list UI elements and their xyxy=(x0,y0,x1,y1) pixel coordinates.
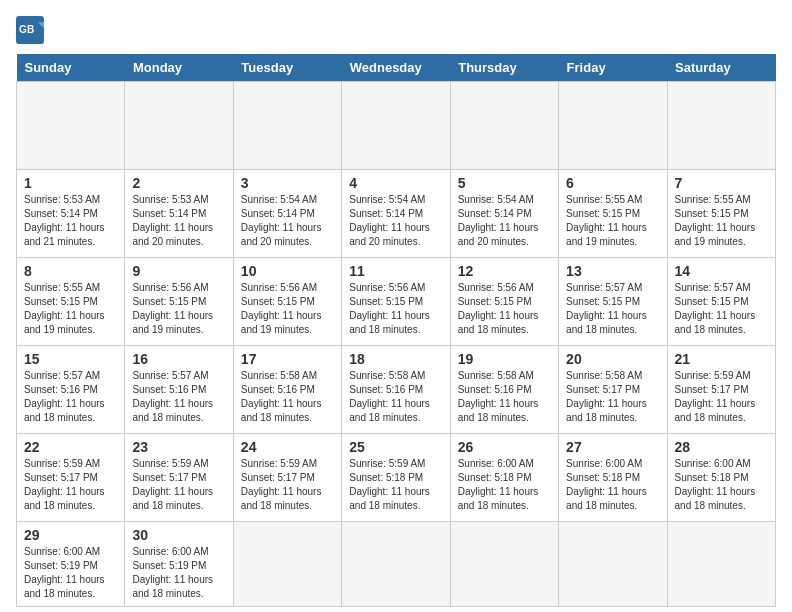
calendar-cell: 28Sunrise: 6:00 AM Sunset: 5:18 PM Dayli… xyxy=(667,434,775,522)
day-number: 5 xyxy=(458,175,551,191)
week-row-5: 29Sunrise: 6:00 AM Sunset: 5:19 PM Dayli… xyxy=(17,522,776,607)
day-info: Sunrise: 6:00 AM Sunset: 5:18 PM Dayligh… xyxy=(458,457,551,513)
header-row: SundayMondayTuesdayWednesdayThursdayFrid… xyxy=(17,54,776,82)
calendar-cell: 15Sunrise: 5:57 AM Sunset: 5:16 PM Dayli… xyxy=(17,346,125,434)
day-number: 19 xyxy=(458,351,551,367)
calendar-cell: 24Sunrise: 5:59 AM Sunset: 5:17 PM Dayli… xyxy=(233,434,341,522)
day-number: 8 xyxy=(24,263,117,279)
day-number: 17 xyxy=(241,351,334,367)
day-info: Sunrise: 5:56 AM Sunset: 5:15 PM Dayligh… xyxy=(349,281,442,337)
col-header-wednesday: Wednesday xyxy=(342,54,450,82)
col-header-saturday: Saturday xyxy=(667,54,775,82)
calendar-cell xyxy=(342,82,450,170)
logo-icon: GB xyxy=(16,16,44,44)
day-number: 11 xyxy=(349,263,442,279)
day-info: Sunrise: 5:58 AM Sunset: 5:16 PM Dayligh… xyxy=(241,369,334,425)
day-number: 3 xyxy=(241,175,334,191)
col-header-monday: Monday xyxy=(125,54,233,82)
day-number: 16 xyxy=(132,351,225,367)
logo: GB xyxy=(16,16,48,44)
day-number: 20 xyxy=(566,351,659,367)
calendar-cell: 29Sunrise: 6:00 AM Sunset: 5:19 PM Dayli… xyxy=(17,522,125,607)
calendar-cell: 23Sunrise: 5:59 AM Sunset: 5:17 PM Dayli… xyxy=(125,434,233,522)
day-number: 2 xyxy=(132,175,225,191)
day-number: 27 xyxy=(566,439,659,455)
day-info: Sunrise: 5:57 AM Sunset: 5:16 PM Dayligh… xyxy=(132,369,225,425)
day-info: Sunrise: 5:57 AM Sunset: 5:16 PM Dayligh… xyxy=(24,369,117,425)
calendar-cell xyxy=(450,522,558,607)
calendar-cell: 6Sunrise: 5:55 AM Sunset: 5:15 PM Daylig… xyxy=(559,170,667,258)
calendar-cell xyxy=(667,82,775,170)
day-info: Sunrise: 5:55 AM Sunset: 5:15 PM Dayligh… xyxy=(566,193,659,249)
week-row-3: 15Sunrise: 5:57 AM Sunset: 5:16 PM Dayli… xyxy=(17,346,776,434)
col-header-thursday: Thursday xyxy=(450,54,558,82)
day-number: 24 xyxy=(241,439,334,455)
col-header-friday: Friday xyxy=(559,54,667,82)
day-number: 22 xyxy=(24,439,117,455)
day-info: Sunrise: 5:58 AM Sunset: 5:16 PM Dayligh… xyxy=(458,369,551,425)
calendar-cell: 13Sunrise: 5:57 AM Sunset: 5:15 PM Dayli… xyxy=(559,258,667,346)
header: GB xyxy=(16,16,776,44)
calendar-cell xyxy=(17,82,125,170)
calendar-cell xyxy=(233,82,341,170)
day-number: 18 xyxy=(349,351,442,367)
calendar-cell xyxy=(559,522,667,607)
week-row-0 xyxy=(17,82,776,170)
day-info: Sunrise: 5:57 AM Sunset: 5:15 PM Dayligh… xyxy=(566,281,659,337)
calendar-cell: 7Sunrise: 5:55 AM Sunset: 5:15 PM Daylig… xyxy=(667,170,775,258)
day-info: Sunrise: 5:53 AM Sunset: 5:14 PM Dayligh… xyxy=(132,193,225,249)
day-info: Sunrise: 5:54 AM Sunset: 5:14 PM Dayligh… xyxy=(349,193,442,249)
day-info: Sunrise: 5:59 AM Sunset: 5:17 PM Dayligh… xyxy=(24,457,117,513)
calendar-cell: 10Sunrise: 5:56 AM Sunset: 5:15 PM Dayli… xyxy=(233,258,341,346)
calendar-cell: 14Sunrise: 5:57 AM Sunset: 5:15 PM Dayli… xyxy=(667,258,775,346)
calendar-cell: 5Sunrise: 5:54 AM Sunset: 5:14 PM Daylig… xyxy=(450,170,558,258)
day-number: 4 xyxy=(349,175,442,191)
day-info: Sunrise: 5:59 AM Sunset: 5:17 PM Dayligh… xyxy=(132,457,225,513)
day-info: Sunrise: 5:55 AM Sunset: 5:15 PM Dayligh… xyxy=(675,193,768,249)
day-number: 6 xyxy=(566,175,659,191)
calendar-cell: 1Sunrise: 5:53 AM Sunset: 5:14 PM Daylig… xyxy=(17,170,125,258)
calendar-cell: 18Sunrise: 5:58 AM Sunset: 5:16 PM Dayli… xyxy=(342,346,450,434)
day-info: Sunrise: 5:54 AM Sunset: 5:14 PM Dayligh… xyxy=(458,193,551,249)
calendar-cell xyxy=(667,522,775,607)
calendar-cell xyxy=(342,522,450,607)
day-info: Sunrise: 5:58 AM Sunset: 5:17 PM Dayligh… xyxy=(566,369,659,425)
day-number: 15 xyxy=(24,351,117,367)
calendar-cell: 2Sunrise: 5:53 AM Sunset: 5:14 PM Daylig… xyxy=(125,170,233,258)
day-number: 23 xyxy=(132,439,225,455)
day-info: Sunrise: 5:53 AM Sunset: 5:14 PM Dayligh… xyxy=(24,193,117,249)
day-number: 26 xyxy=(458,439,551,455)
day-info: Sunrise: 6:00 AM Sunset: 5:18 PM Dayligh… xyxy=(566,457,659,513)
col-header-tuesday: Tuesday xyxy=(233,54,341,82)
calendar-cell: 20Sunrise: 5:58 AM Sunset: 5:17 PM Dayli… xyxy=(559,346,667,434)
day-info: Sunrise: 6:00 AM Sunset: 5:19 PM Dayligh… xyxy=(24,545,117,601)
calendar-cell: 22Sunrise: 5:59 AM Sunset: 5:17 PM Dayli… xyxy=(17,434,125,522)
calendar-cell: 26Sunrise: 6:00 AM Sunset: 5:18 PM Dayli… xyxy=(450,434,558,522)
calendar-table: SundayMondayTuesdayWednesdayThursdayFrid… xyxy=(16,54,776,607)
day-number: 29 xyxy=(24,527,117,543)
calendar-cell: 3Sunrise: 5:54 AM Sunset: 5:14 PM Daylig… xyxy=(233,170,341,258)
day-number: 10 xyxy=(241,263,334,279)
calendar-cell xyxy=(125,82,233,170)
day-info: Sunrise: 5:59 AM Sunset: 5:17 PM Dayligh… xyxy=(241,457,334,513)
week-row-2: 8Sunrise: 5:55 AM Sunset: 5:15 PM Daylig… xyxy=(17,258,776,346)
calendar-cell: 21Sunrise: 5:59 AM Sunset: 5:17 PM Dayli… xyxy=(667,346,775,434)
calendar-cell: 16Sunrise: 5:57 AM Sunset: 5:16 PM Dayli… xyxy=(125,346,233,434)
day-number: 21 xyxy=(675,351,768,367)
day-info: Sunrise: 5:56 AM Sunset: 5:15 PM Dayligh… xyxy=(132,281,225,337)
calendar-cell: 17Sunrise: 5:58 AM Sunset: 5:16 PM Dayli… xyxy=(233,346,341,434)
day-info: Sunrise: 5:59 AM Sunset: 5:18 PM Dayligh… xyxy=(349,457,442,513)
day-info: Sunrise: 5:55 AM Sunset: 5:15 PM Dayligh… xyxy=(24,281,117,337)
calendar-cell: 27Sunrise: 6:00 AM Sunset: 5:18 PM Dayli… xyxy=(559,434,667,522)
day-number: 28 xyxy=(675,439,768,455)
day-number: 30 xyxy=(132,527,225,543)
calendar-cell: 4Sunrise: 5:54 AM Sunset: 5:14 PM Daylig… xyxy=(342,170,450,258)
day-info: Sunrise: 5:54 AM Sunset: 5:14 PM Dayligh… xyxy=(241,193,334,249)
week-row-4: 22Sunrise: 5:59 AM Sunset: 5:17 PM Dayli… xyxy=(17,434,776,522)
calendar-cell xyxy=(233,522,341,607)
day-info: Sunrise: 6:00 AM Sunset: 5:19 PM Dayligh… xyxy=(132,545,225,601)
week-row-1: 1Sunrise: 5:53 AM Sunset: 5:14 PM Daylig… xyxy=(17,170,776,258)
calendar-cell: 12Sunrise: 5:56 AM Sunset: 5:15 PM Dayli… xyxy=(450,258,558,346)
calendar-cell: 11Sunrise: 5:56 AM Sunset: 5:15 PM Dayli… xyxy=(342,258,450,346)
day-info: Sunrise: 5:57 AM Sunset: 5:15 PM Dayligh… xyxy=(675,281,768,337)
